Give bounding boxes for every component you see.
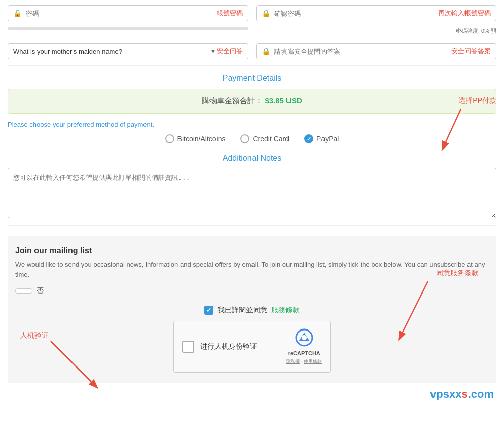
brand-suffix: .com	[468, 388, 494, 400]
payment-options-wrapper: Bitcoin/Altcoins Credit Card PayPal 选择PP…	[8, 134, 496, 143]
security-row: What is your mother's maiden name? ▼ 安全问…	[8, 43, 496, 59]
strength-text: 密碼強度: 0% 弱	[456, 27, 496, 35]
recaptcha-label: 进行人机身份验证	[200, 342, 257, 351]
recaptcha-right: reCAPTCHA 隱私權 · 使用條款	[286, 328, 322, 365]
payment-title: Payment Details	[8, 74, 496, 83]
password-row: 🔒 帳號密碼 🔒 再次輸入帳號密碼	[8, 5, 496, 21]
security-question-group: What is your mother's maiden name? ▼ 安全问…	[8, 43, 248, 59]
confirm-password-label: 再次輸入帳號密碼	[438, 9, 491, 18]
cart-total-banner: 購物車金額合計： $3.85 USD	[8, 89, 496, 114]
paypal-annotation-text: 选择PP付款	[458, 96, 496, 105]
cart-label: 購物車金額合計：	[202, 96, 263, 105]
mailing-section: Join our mailing list We would like to s…	[8, 236, 496, 383]
svg-point-7	[302, 335, 307, 340]
payment-note: Please choose your preferred method of p…	[8, 121, 496, 128]
captcha-annotation-text: 人机验证	[20, 331, 49, 340]
recaptcha-svg	[295, 328, 313, 347]
select-arrow-icon: ▼	[210, 48, 217, 55]
mailing-description: We would like to send you occasional new…	[15, 260, 489, 279]
security-answer-wrapper: 🔒 安全问答答案	[256, 43, 497, 59]
security-question-wrapper: What is your mother's maiden name? ▼ 安全问…	[8, 43, 248, 59]
recaptcha-logo-icon	[295, 334, 313, 350]
security-question-select[interactable]: What is your mother's maiden name?	[13, 48, 210, 55]
bitcoin-label: Bitcoin/Altcoins	[177, 135, 226, 143]
svg-line-5	[51, 341, 91, 382]
strength-bar	[8, 27, 248, 30]
radio-bitcoin	[165, 134, 174, 143]
brand-text: vpsxxs.com	[430, 388, 494, 400]
notes-textarea[interactable]	[8, 168, 496, 218]
recaptcha-links: 隱私權 · 使用條款	[286, 359, 322, 364]
security-answer-group: 🔒 安全问答答案	[256, 43, 497, 59]
radio-creditcard	[240, 134, 249, 143]
confirm-password-input-wrapper: 🔒 再次輸入帳號密碼	[256, 5, 497, 21]
divider-2	[8, 225, 496, 226]
password-label: 帳號密碼	[217, 9, 243, 18]
recaptcha-separator: ·	[301, 359, 303, 364]
terms-area: ✓ 我已詳閱並同意 服務條款 人机验证 进行人机身份验证	[15, 306, 489, 373]
strength-row: 密碼強度: 0% 弱	[8, 27, 496, 37]
terms-text: 我已詳閱並同意	[218, 306, 267, 315]
security-answer-label: 安全问答答案	[451, 47, 491, 56]
payment-options: Bitcoin/Altcoins Credit Card PayPal	[8, 134, 496, 143]
captcha-arrow-svg	[15, 331, 142, 392]
brand-red: s	[461, 388, 467, 400]
mailing-title: Join our mailing list	[15, 246, 489, 255]
payment-option-creditcard[interactable]: Credit Card	[240, 134, 289, 143]
payment-option-paypal[interactable]: PayPal	[304, 134, 339, 143]
recaptcha-terms-link[interactable]: 使用條款	[304, 359, 322, 364]
password-input[interactable]	[26, 10, 217, 17]
recaptcha-brand-text: reCAPTCHA	[286, 350, 322, 356]
lock-icon-3: 🔒	[262, 47, 270, 55]
confirm-password-input[interactable]	[274, 10, 439, 17]
cart-amount: $3.85 USD	[265, 96, 302, 105]
terms-link[interactable]: 服務條款	[271, 306, 300, 315]
mailing-toggle-button[interactable]	[15, 288, 32, 294]
terms-checkbox[interactable]: ✓	[204, 306, 213, 315]
additional-notes-title: Additional Notes	[8, 154, 496, 163]
brand-footer: vpsxxs.com	[8, 388, 496, 401]
lock-icon: 🔒	[13, 9, 22, 17]
recaptcha-checkbox[interactable]	[182, 341, 194, 353]
mailing-toggle-wrapper: 否 同意服务条款	[15, 286, 489, 296]
paypal-label: PayPal	[316, 135, 339, 143]
recaptcha-left: 进行人机身份验证	[182, 341, 257, 353]
strength-bar-group	[8, 27, 248, 37]
strength-container: 密碼強度: 0% 弱	[256, 27, 497, 35]
recaptcha-box: 进行人机身份验证 reCAPTCHA 隱私權 · 使用條款	[173, 321, 331, 373]
recaptcha-privacy[interactable]: 隱私權	[286, 359, 300, 364]
confirm-password-group: 🔒 再次輸入帳號密碼	[256, 5, 497, 21]
payment-option-bitcoin[interactable]: Bitcoin/Altcoins	[165, 134, 226, 143]
radio-paypal	[304, 134, 313, 143]
divider-1	[8, 65, 496, 66]
mailing-toggle-area: 否	[15, 286, 489, 296]
mailing-toggle-label: 否	[37, 286, 44, 296]
security-question-label: 安全问答	[217, 47, 243, 56]
password-group: 🔒 帳號密碼	[8, 5, 248, 21]
terms-annotation-text: 同意服务条款	[436, 269, 479, 278]
lock-icon-2: 🔒	[262, 9, 270, 17]
password-input-wrapper: 🔒 帳號密碼	[8, 5, 248, 21]
brand-blue: vpsxx	[430, 388, 461, 400]
security-answer-input[interactable]	[274, 48, 452, 55]
creditcard-label: Credit Card	[253, 135, 289, 143]
strength-text-group: 密碼強度: 0% 弱	[256, 27, 497, 37]
terms-row: ✓ 我已詳閱並同意 服務條款	[15, 306, 489, 315]
